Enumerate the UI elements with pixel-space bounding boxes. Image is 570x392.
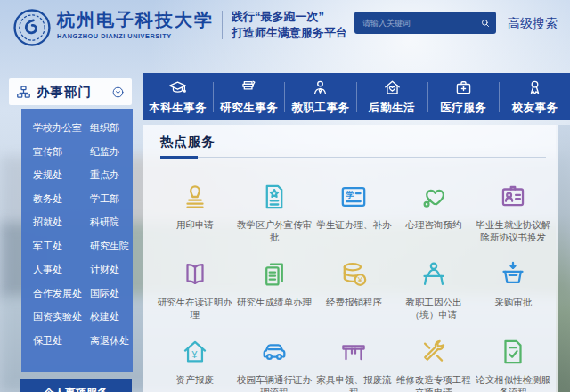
dept-link[interactable]: 校建处 <box>90 311 133 323</box>
university-name-en: HANGZHOU DIANZI UNIVERSITY <box>57 32 214 40</box>
sidebar-bottom-label: 个人事项服务 <box>44 386 108 392</box>
graduation-cap-icon <box>167 78 188 98</box>
service-label: 采购审批 <box>494 296 532 308</box>
service-asset-scrapping[interactable]: ¥ 资产报废 <box>155 323 234 392</box>
dept-link[interactable]: 保卫处 <box>33 335 90 347</box>
svg-text:¥: ¥ <box>357 275 363 284</box>
dept-link[interactable]: 计财处 <box>90 264 133 275</box>
service-label: 家具申领、报废流程 <box>314 373 394 392</box>
page-header: 杭州电子科技大学 HANGZHOU DIANZI UNIVERSITY 践行“最… <box>0 0 570 55</box>
service-label: 维修改造专项工程立项申请 <box>394 373 473 392</box>
tab-staff[interactable]: 教职工事务 <box>285 73 355 120</box>
dept-link[interactable]: 研究生院 <box>90 241 133 252</box>
tab-label: 后勤生活 <box>369 101 415 116</box>
advanced-search-link[interactable]: 高级搜索 <box>508 16 558 32</box>
service-furniture-requisition[interactable]: 家具申领、报废流程 <box>314 323 394 392</box>
car-icon <box>259 337 289 367</box>
service-renovation-project-application[interactable]: 维修改造专项工程立项申请 <box>394 323 473 392</box>
house-heart-icon <box>382 78 403 98</box>
service-label: 教职工因公出（境）申请 <box>394 296 473 321</box>
service-label: 论文相似性检测服务流程 <box>474 373 553 392</box>
heart-stethoscope-icon <box>419 182 449 212</box>
slogan-line1: 践行“最多跑一次” <box>232 9 347 25</box>
service-label: 资产报废 <box>176 373 214 386</box>
house-yuan-icon: ¥ <box>180 337 210 367</box>
section-rule <box>160 157 546 158</box>
search-icon[interactable] <box>475 12 496 34</box>
departments-icon <box>16 85 31 100</box>
department-list: 学校办公室 组织部 宣传部 纪监办 发规处 重点办 教务处 学工部 招就处 科研… <box>21 109 133 372</box>
tab-label: 教职工事务 <box>291 101 349 116</box>
dept-link[interactable]: 宣传部 <box>33 146 90 158</box>
dept-link[interactable]: 发规处 <box>33 169 90 181</box>
tab-logistics[interactable]: 后勤生活 <box>357 73 428 120</box>
service-grad-transcript[interactable]: 研究生成绩单办理 <box>234 246 314 323</box>
dept-link[interactable]: 国际处 <box>90 288 133 299</box>
service-campus-vehicle-pass[interactable]: 校园车辆通行证办理流程 <box>234 323 314 392</box>
dept-link[interactable]: 人事处 <box>33 264 90 275</box>
service-label: 校园车辆通行证办理流程 <box>234 373 314 392</box>
dept-link[interactable]: 合作发展处 <box>33 288 90 299</box>
search-input[interactable] <box>354 19 475 28</box>
dept-link[interactable]: 纪监办 <box>90 146 133 158</box>
hot-services-panel: 热点服务 用印申请 教学区户外宣传审批 <box>142 125 558 392</box>
service-student-card[interactable]: 学 学生证办理、补办 <box>314 168 394 246</box>
service-label: 学生证办理、补办 <box>316 218 391 231</box>
dept-link[interactable]: 学工部 <box>90 193 133 205</box>
sidebar-header-departments[interactable]: 办事部门 <box>9 78 132 105</box>
search-box[interactable] <box>354 12 496 34</box>
person-desk-icon <box>419 259 449 290</box>
dept-link[interactable]: 学校办公室 <box>33 122 90 134</box>
tab-label: 医疗服务 <box>440 101 486 116</box>
dept-link[interactable]: 军工处 <box>33 241 90 252</box>
chevron-down-icon[interactable] <box>111 86 125 99</box>
student-card-icon: 学 <box>338 182 369 212</box>
dept-link[interactable]: 招就处 <box>33 216 90 228</box>
header-divider <box>222 11 223 39</box>
service-staff-overseas-travel[interactable]: 教职工因公出（境）申请 <box>394 246 473 323</box>
main-nav: 本科生事务 研究生事务 教职工事务 后勤生活 <box>142 73 570 120</box>
medical-bag-icon <box>453 78 474 98</box>
university-logo-icon <box>12 8 52 47</box>
open-book-icon <box>180 259 210 290</box>
service-grad-enrollment-certificate[interactable]: 研究生在读证明办理 <box>155 246 234 323</box>
dept-link[interactable]: 组织部 <box>90 122 133 134</box>
books-icon <box>239 78 259 98</box>
tab-medical[interactable]: 医疗服务 <box>428 73 499 120</box>
seal-stamp-icon <box>180 182 210 212</box>
dept-link[interactable]: 国资实验处 <box>33 311 90 323</box>
dept-link[interactable]: 科研院 <box>90 216 133 228</box>
sidebar-title: 办事部门 <box>37 84 111 101</box>
service-label: 经费报销程序 <box>326 296 382 308</box>
svg-text:¥: ¥ <box>191 350 197 360</box>
dept-link[interactable]: 离退休处 <box>90 335 133 347</box>
service-label: 教学区户外宣传审批 <box>234 218 314 243</box>
tab-alumni[interactable]: 校友事务 <box>500 73 570 120</box>
service-psych-counseling[interactable]: 心理咨询预约 <box>394 168 473 246</box>
service-label: 心理咨询预约 <box>405 218 461 231</box>
coins-yuan-icon: ¥ <box>338 259 369 290</box>
service-grid: 用印申请 教学区户外宣传审批 学 学生证办理、补办 <box>155 168 553 392</box>
service-employment-agreement-renewal[interactable]: 毕业生就业协议解除新协议书换发 <box>474 168 553 246</box>
document-check-icon <box>498 337 528 367</box>
transcript-icon <box>259 259 289 290</box>
staff-person-icon <box>310 78 330 98</box>
service-thesis-similarity-check[interactable]: 论文相似性检测服务流程 <box>474 323 553 392</box>
section-rule-accent <box>160 156 198 159</box>
service-procurement-approval[interactable]: 采购审批 <box>474 246 553 323</box>
service-seal-application[interactable]: 用印申请 <box>155 168 234 246</box>
tab-graduate[interactable]: 研究生事务 <box>214 73 284 120</box>
service-outdoor-publicity-approval[interactable]: 教学区户外宣传审批 <box>234 168 314 246</box>
service-label: 研究生成绩单办理 <box>237 296 312 308</box>
sidebar-bottom-panel[interactable]: 个人事项服务 <box>20 379 132 392</box>
dept-link[interactable]: 教务处 <box>33 193 90 205</box>
document-star-icon <box>259 182 289 212</box>
tab-undergraduate[interactable]: 本科生事务 <box>142 73 213 120</box>
tools-icon <box>419 337 449 367</box>
slogan: 践行“最多跑一次” 打造师生满意服务平台 <box>232 9 347 41</box>
university-name: 杭州电子科技大学 HANGZHOU DIANZI UNIVERSITY <box>57 10 214 40</box>
university-name-cn: 杭州电子科技大学 <box>57 10 214 29</box>
service-expense-reimbursement[interactable]: ¥ 经费报销程序 <box>314 246 394 323</box>
basket-arrow-icon <box>498 259 528 290</box>
dept-link[interactable]: 重点办 <box>90 169 133 181</box>
